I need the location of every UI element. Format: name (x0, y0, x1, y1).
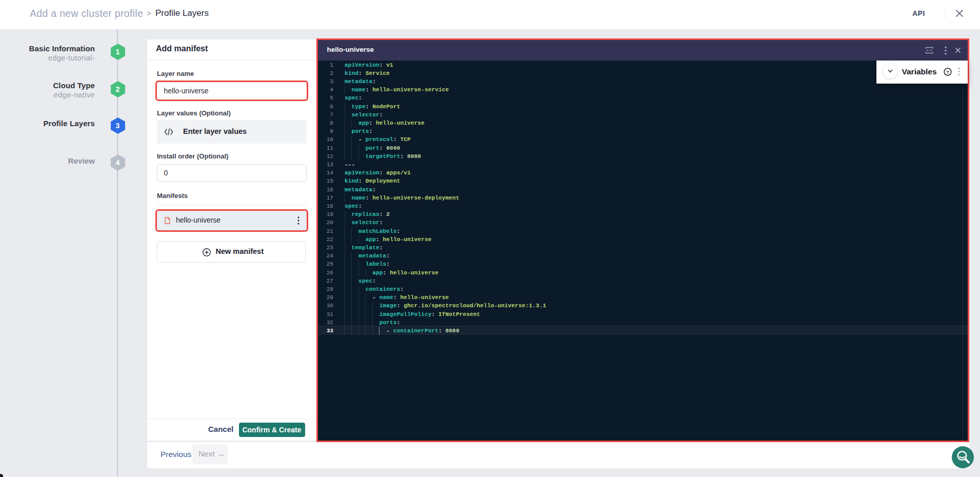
svg-text:?: ? (946, 69, 949, 74)
